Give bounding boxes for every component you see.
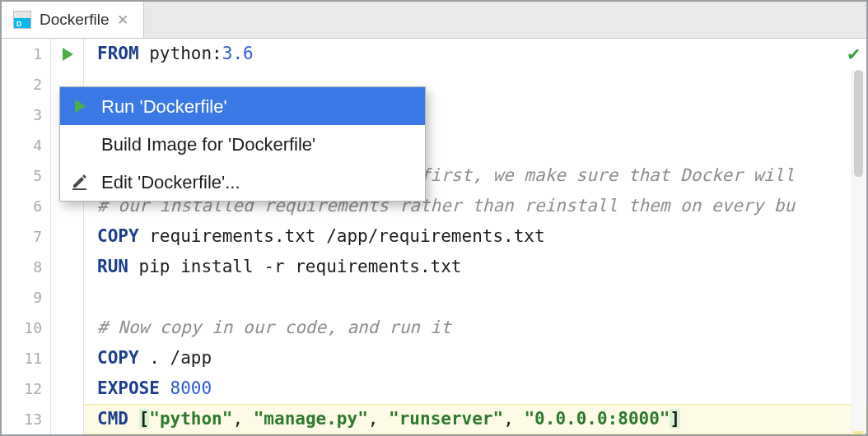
context-menu: Run 'Dockerfile' Build Image for 'Docker… <box>59 86 426 202</box>
code-line[interactable]: COPY . /app <box>84 343 866 373</box>
line-number: 11 <box>2 343 50 373</box>
token-version: 3.6 <box>222 44 254 63</box>
token-keyword: COPY <box>97 348 139 368</box>
svg-rect-0 <box>72 188 86 190</box>
code-line[interactable]: COPY requirements.txt /app/requirements.… <box>84 221 866 252</box>
token-string: "0.0.0.0:8000" <box>524 409 670 429</box>
close-icon[interactable]: ✕ <box>117 12 128 29</box>
line-number: 2 <box>2 69 50 100</box>
tab-dockerfile[interactable]: Dockerfile ✕ <box>2 2 144 38</box>
code-line[interactable] <box>84 282 866 313</box>
line-number: 4 <box>2 130 50 160</box>
scrollbar[interactable] <box>852 70 865 434</box>
code-line[interactable]: FROM python:3.6 <box>84 39 866 69</box>
token-keyword: COPY <box>97 226 139 246</box>
token-comma: , <box>232 409 253 429</box>
token-text: pip install -r requirements.txt <box>128 257 462 276</box>
token-text: requirements.txt /app/requirements.txt <box>139 226 545 246</box>
line-number: 6 <box>2 191 50 221</box>
line-number: 5 <box>2 160 50 191</box>
scrollbar-thumb[interactable] <box>854 70 863 177</box>
line-number: 1 <box>2 39 50 69</box>
editor[interactable]: 1 2 3 4 5 6 7 8 9 10 11 12 13 ✔ <box>2 39 866 434</box>
play-icon <box>68 99 91 114</box>
run-gutter-icon[interactable] <box>51 39 83 69</box>
tab-title: Dockerfile <box>40 11 109 29</box>
token-keyword: FROM <box>97 44 139 63</box>
token-bracket: [ <box>139 409 150 429</box>
token-string: "runserver" <box>389 409 503 429</box>
line-number: 9 <box>2 282 50 313</box>
line-number: 3 <box>2 100 50 130</box>
play-icon <box>60 47 75 62</box>
menu-item-label: Run 'Dockerfile' <box>101 91 227 122</box>
token-number: 8000 <box>170 378 212 398</box>
line-number: 10 <box>2 313 50 343</box>
code-line[interactable]: EXPOSE 8000 <box>84 373 866 404</box>
code-line[interactable]: RUN pip install -r requirements.txt <box>84 252 866 282</box>
tab-bar: Dockerfile ✕ <box>2 2 866 39</box>
token-keyword: RUN <box>97 257 128 276</box>
edit-icon <box>68 174 91 190</box>
menu-item-run[interactable]: Run 'Dockerfile' <box>60 87 425 125</box>
token-comma: , <box>368 409 389 429</box>
menu-item-build[interactable]: Build Image for 'Dockerfile' <box>60 125 425 163</box>
code-line-current[interactable]: CMD ["python", "manage.py", "runserver",… <box>84 404 866 434</box>
dockerfile-icon <box>13 11 31 29</box>
token-text: python: <box>139 44 222 63</box>
menu-item-label: Build Image for 'Dockerfile' <box>101 129 315 160</box>
token-text: . /app <box>139 348 212 368</box>
line-number: 7 <box>2 221 50 252</box>
token-comma: , <box>503 409 524 429</box>
token-bracket: ] <box>670 409 680 429</box>
token-string: "manage.py" <box>254 409 368 429</box>
menu-item-label: Edit 'Dockerfile'... <box>101 167 240 197</box>
token-text <box>160 378 170 398</box>
code-line[interactable]: # Now copy in our code, and run it <box>84 313 866 343</box>
line-number: 12 <box>2 373 50 404</box>
token-keyword: EXPOSE <box>97 378 160 398</box>
menu-item-edit[interactable]: Edit 'Dockerfile'... <box>60 163 425 201</box>
line-number: 8 <box>2 252 50 282</box>
token-keyword: CMD <box>97 409 128 429</box>
token-comment: # Now copy in our code, and run it <box>97 318 451 337</box>
scrollbar-marker <box>854 431 863 434</box>
gutter: 1 2 3 4 5 6 7 8 9 10 11 12 13 <box>2 39 51 434</box>
check-icon: ✔ <box>848 39 860 69</box>
line-number: 13 <box>2 404 50 434</box>
token-string: "python" <box>149 409 232 429</box>
